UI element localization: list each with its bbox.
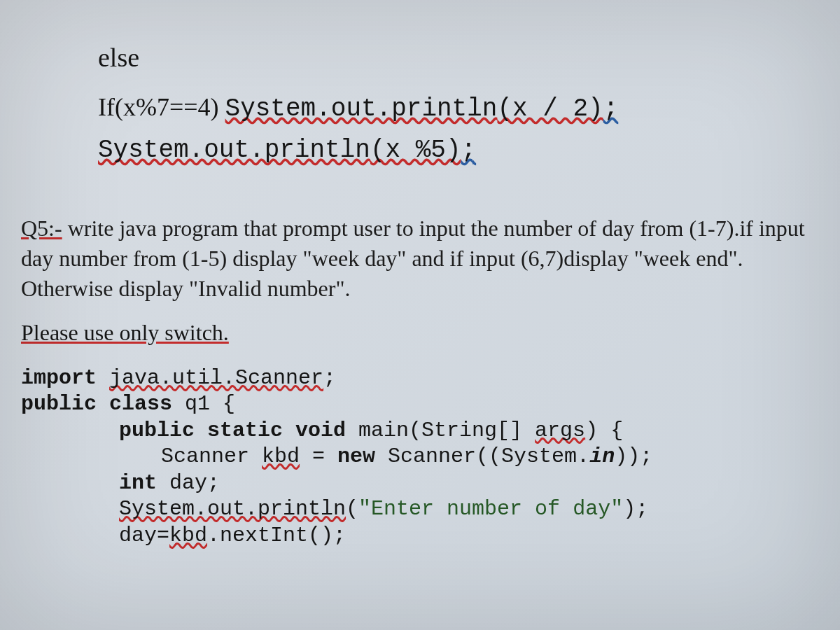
class-name: q1 { xyxy=(185,392,235,416)
java-line-intday: int day; xyxy=(119,470,826,497)
question-5-body: write java program that prompt user to i… xyxy=(21,216,805,301)
code-line-if: If(x%7==4) System.out.println(x / 2); xyxy=(98,92,826,123)
code-line-print: System.out.println(x %5); xyxy=(98,136,826,164)
question-5-block: Q5:- write java program that prompt user… xyxy=(21,214,826,304)
string-literal-enter: "Enter number of day" xyxy=(358,497,623,521)
question-5-text: Q5:- write java program that prompt user… xyxy=(21,214,826,304)
assign-eq: = xyxy=(300,444,337,468)
scanner-var: kbd xyxy=(262,444,300,468)
println-enter-b: ( xyxy=(346,497,358,521)
system-in: in xyxy=(589,444,615,468)
if-condition-text: If(x%7==4) xyxy=(98,93,225,121)
import-path: java.util.Scanner xyxy=(109,366,323,390)
var-day: day; xyxy=(169,471,220,495)
day-assign: day= xyxy=(119,524,169,547)
main-sig-b: ) { xyxy=(585,419,623,442)
java-code-block: import java.util.Scanner; public class q… xyxy=(21,365,826,550)
java-line-println: System.out.println("Enter number of day"… xyxy=(119,496,826,523)
println-enter-c: ); xyxy=(623,497,648,521)
kw-public-class: public class xyxy=(21,392,185,416)
kw-psv: public static void xyxy=(119,419,358,442)
semicolon-1: ; xyxy=(603,94,619,123)
java-line-class: public class q1 { xyxy=(21,391,826,418)
println-enter-a: System.out.println xyxy=(119,497,346,521)
main-sig-a: main(String[] xyxy=(358,419,535,442)
kbd-ref: kbd xyxy=(169,524,207,547)
scanner-type: Scanner xyxy=(161,444,262,468)
kw-import: import xyxy=(21,366,109,390)
scanner-ctor-b: )); xyxy=(615,444,652,468)
main-args: args xyxy=(535,419,585,442)
java-line-scanner: Scanner kbd = new Scanner((System.in)); xyxy=(161,444,826,470)
println-call-1b: (x / 2) xyxy=(497,94,603,123)
java-line-nextint: day=kbd.nextInt(); xyxy=(119,523,826,550)
scanner-ctor-a: Scanner((System. xyxy=(388,444,589,468)
else-keyword: else xyxy=(98,42,826,73)
kw-int: int xyxy=(119,471,169,495)
java-line-main: public static void main(String[] args) { xyxy=(119,418,826,444)
switch-instruction: Please use only switch. xyxy=(21,320,826,346)
kw-new: new xyxy=(337,444,388,468)
println-call-1a: System.out.println xyxy=(225,94,498,123)
println-call-2a: System.out.println xyxy=(98,136,370,164)
nextint-call: .nextInt(); xyxy=(207,524,346,547)
question-5-label: Q5:- xyxy=(21,216,62,241)
println-call-2b: (x %5) xyxy=(370,136,461,164)
java-line-import: import java.util.Scanner; xyxy=(21,365,826,392)
code-snippet-top: else If(x%7==4) System.out.println(x / 2… xyxy=(98,42,826,164)
document-page: else If(x%7==4) System.out.println(x / 2… xyxy=(0,0,840,563)
semicolon-2: ; xyxy=(461,136,477,164)
import-semi: ; xyxy=(323,366,336,390)
